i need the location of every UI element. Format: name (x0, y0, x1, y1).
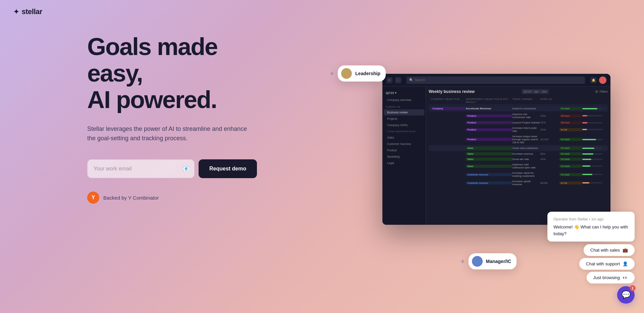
chat-badge: 1 (630, 285, 636, 291)
row-progress (582, 129, 602, 130)
sidebar-create-dept[interactable]: Create department board (384, 128, 424, 134)
row-status-pill: At risk (559, 128, 583, 131)
dashboard-main: Q2'23 ▾ Company overview Check-in Busine… (382, 87, 610, 225)
row-kr: Close new customers (513, 147, 541, 150)
email-input[interactable] (87, 159, 195, 178)
row-num: $200k (540, 181, 559, 185)
manager-avatar (472, 256, 483, 267)
sidebar-projects[interactable]: Projects (384, 116, 424, 122)
row-num: 25% (540, 121, 559, 124)
sidebar-section-checkin: Check-in (382, 103, 426, 109)
row-status-pill: On track (559, 138, 583, 141)
row-tag: Sales (466, 152, 512, 155)
filters-button[interactable]: ⊞ Filters (595, 90, 608, 93)
chat-support-button[interactable]: Chat with support 👤 (579, 258, 635, 270)
send-icon: ✈ (330, 70, 334, 77)
row-progress (582, 182, 602, 184)
row-num: $2m (540, 152, 559, 155)
dashboard-back-icon: ‹ (395, 77, 401, 83)
table-row: Customer success Increase value for exis… (429, 170, 608, 178)
chat-support-emoji: 👤 (623, 261, 628, 266)
sidebar-cs[interactable]: Customer Success (384, 141, 424, 147)
hero-title-line1: Goals made (87, 33, 217, 60)
dashboard-title: Weekly business review (429, 89, 475, 94)
sidebar-company-okrs[interactable]: Company OKRs (384, 122, 424, 128)
chat-sales-emoji: 💼 (623, 248, 628, 253)
manager-card: ✈ Manager/IC (469, 253, 517, 269)
sidebar-sales[interactable]: Sales (384, 135, 424, 141)
hero-subtitle: Stellar leverages the power of AI to str… (87, 124, 248, 144)
row-status-pill: On track (559, 107, 583, 110)
table-row: Company Accelerate Revenue Invest in con… (429, 106, 608, 111)
row-progress (582, 122, 602, 123)
sidebar-company-overview[interactable]: Company overview (384, 97, 424, 103)
yc-logo: Y (87, 192, 99, 204)
filter-icon: ⊞ (595, 90, 598, 93)
logo-text: stellar (22, 7, 42, 16)
dashboard-user-avatar (599, 76, 606, 84)
row-kr: Increase value for existing customers (513, 171, 541, 177)
chat-browsing-button[interactable]: Just browsing 👀 (587, 272, 635, 283)
dashboard-notif-icon: 🔔 (590, 77, 596, 83)
table-row: Sales Close new customers On track (429, 145, 608, 151)
table-row: Sales Increase revenue $2m On track (429, 151, 608, 156)
row-num: 24% (540, 158, 559, 161)
logo[interactable]: ✦ stellar (13, 7, 42, 16)
sidebar-product[interactable]: Product (384, 147, 424, 153)
table-row: Sales Optimize cold outbound open rate O… (429, 162, 608, 170)
col-team-owner: Team / Owner (513, 98, 541, 104)
row-status-pill: At risk (559, 181, 583, 185)
row-status-pill: On track (559, 152, 583, 155)
chat-widget: Operator from Stellar • 1m ago Welcome! … (547, 212, 635, 304)
row-status-pill: On track (559, 165, 583, 168)
sidebar-legal[interactable]: Legal (384, 160, 424, 166)
chat-operator-label: Operator from Stellar • 1m ago (553, 216, 629, 222)
leadership-card: ✈ Leadership (338, 65, 386, 82)
quarter-selector[interactable]: Q2'23 ▾ (382, 89, 426, 97)
sidebar-business-review[interactable]: Business review (384, 109, 424, 115)
row-tag: Sales (466, 158, 512, 161)
row-kr: Improve e2e conversion rate (513, 113, 541, 119)
filters-label: Filters (599, 90, 608, 93)
hero-title: Goals made easy, AI powered. (87, 34, 315, 113)
leadership-avatar (341, 68, 352, 79)
chat-options: Chat with sales 💼 Chat with support 👤 Ju… (579, 244, 635, 283)
yc-text: Backed by Y Combinator (103, 195, 159, 201)
manager-label: Manager/IC (486, 259, 511, 264)
row-progress (582, 139, 602, 140)
date-badge: Q2'23 · Apr – Jun (522, 89, 549, 94)
row-tag: Sales (466, 165, 512, 168)
col-company-objective: Company objective (431, 98, 466, 104)
table-row: Product Increase trial to paid rate 22% … (429, 125, 608, 134)
dashboard-header: Weekly business review Q2'23 · Apr – Jun… (429, 89, 608, 94)
chat-greeting: Welcome! 👋 What can I help you with toda… (553, 224, 629, 237)
chat-sales-button[interactable]: Chat with sales 💼 (584, 244, 635, 256)
row-status-pill: On track (559, 173, 583, 176)
email-input-wrapper: 📧 (87, 159, 195, 178)
table-row: Product Launch Project Gambit 25% Off tr… (429, 120, 608, 125)
dashboard-search[interactable]: 🔍 Search (407, 76, 585, 84)
row-objective: Accelerate Revenue (466, 107, 512, 110)
leadership-label: Leadership (355, 71, 380, 76)
row-tag: Product (466, 114, 512, 117)
row-status-pill: On track (559, 147, 583, 150)
sidebar-marketing[interactable]: Marketing (384, 154, 424, 160)
row-kr: Invest in conversion (513, 107, 541, 110)
request-demo-button[interactable]: Request demo (199, 159, 257, 178)
row-kr: Optimize cold outbound open rate (513, 163, 541, 169)
chat-support-label: Chat with support (586, 261, 620, 266)
row-progress (582, 148, 602, 149)
chat-browsing-emoji: 👀 (623, 275, 628, 280)
row-progress (582, 115, 602, 116)
row-kr: Increase upsell revenue (513, 180, 541, 186)
dashboard-sidebar: Q2'23 ▾ Company overview Check-in Busine… (382, 87, 426, 225)
chat-browsing-label: Just browsing (593, 275, 620, 280)
chat-sales-label: Chat with sales (590, 248, 620, 253)
table-row: Product Increase unique views through or… (429, 134, 608, 145)
row-progress (582, 174, 602, 175)
row-kr: Grow win rate (513, 158, 541, 161)
email-row: 📧 Request demo (87, 159, 315, 178)
dashboard-topbar: ✦ ‹ 🔍 Search 🔔 (382, 74, 610, 87)
hero-title-line3: AI powered. (87, 86, 217, 113)
chat-fab-button[interactable]: 💬 1 (617, 286, 635, 304)
